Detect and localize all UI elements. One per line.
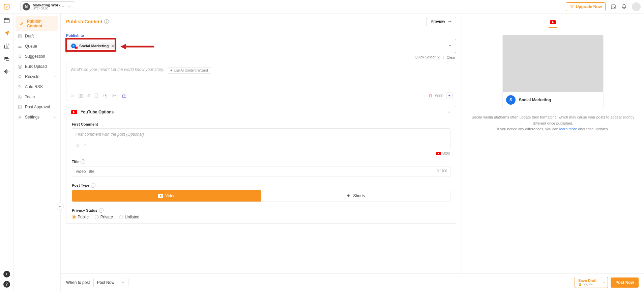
svg-rect-6 [19, 105, 21, 109]
sidebar-item-suggestion[interactable]: Suggestion [13, 51, 60, 61]
sidebar-item-auto-rss[interactable]: Auto RSS [13, 82, 60, 92]
draft-icon [18, 34, 22, 38]
quick-select-button[interactable]: Quick Select i [415, 55, 440, 59]
sidebar-item-queue[interactable]: Queue [13, 41, 60, 51]
info-icon[interactable]: i [81, 159, 85, 164]
sidebar-item-recycle[interactable]: Recycle [13, 72, 60, 82]
info-icon[interactable]: i [91, 183, 95, 188]
preview-button[interactable]: Preview [426, 17, 456, 26]
chevron-down-icon [448, 43, 452, 48]
chevron-down-icon [67, 5, 71, 9]
gift-icon[interactable] [122, 93, 127, 98]
ai-content-wizard-button[interactable]: ✦ Use AI Content Wizard [167, 67, 211, 74]
annotation-arrow [120, 44, 154, 49]
sidebar-item-team[interactable]: Team [13, 92, 60, 102]
account-chip-label: Social Marketing [79, 44, 109, 48]
privacy-private[interactable]: Private [95, 215, 113, 219]
analytics-icon[interactable] [3, 43, 10, 49]
hashtag-icon[interactable]: # [83, 143, 86, 148]
publish-to-label: Publish to [66, 33, 456, 37]
svg-rect-12 [95, 94, 97, 98]
emoji-icon[interactable]: ☺ [70, 93, 74, 98]
svg-rect-1 [611, 5, 615, 9]
bell-icon[interactable] [621, 4, 627, 10]
preview-tab-youtube[interactable] [549, 18, 557, 28]
sidebar-label: Bulk Upload [25, 64, 47, 69]
ai-enhance-button[interactable]: ✦ [446, 92, 452, 99]
when-to-post-select[interactable]: Post Now [93, 278, 128, 287]
workspace-name: Marketing Workspa... [33, 3, 65, 7]
listening-icon[interactable] [3, 68, 10, 75]
workspace-avatar: M [23, 3, 30, 10]
privacy-label: Privacy Status i [72, 208, 450, 213]
char-counter: 5000 [435, 94, 443, 98]
compose-box: What's on your mind? Let the world know … [66, 63, 456, 101]
svg-point-11 [80, 95, 82, 97]
sidebar-item-bulk-upload[interactable]: Bulk Upload [13, 61, 60, 72]
info-icon[interactable]: ? [104, 19, 109, 24]
link-icon[interactable] [112, 93, 118, 98]
lock-icon: 🔒 [578, 283, 582, 286]
post-type-shorts[interactable]: Shorts [261, 190, 450, 202]
task-icon[interactable] [610, 4, 616, 10]
svg-point-5 [19, 96, 20, 97]
svg-marker-9 [120, 44, 126, 49]
sidebar: Publish Content Draft Queue Suggestion B… [13, 14, 61, 291]
compose-textarea[interactable]: What's on your mind? Let the world know … [66, 63, 456, 90]
camera-icon[interactable] [78, 93, 83, 98]
youtube-options-card: YouTube Options First Comment First comm… [66, 106, 456, 224]
nav-rail: + ? [0, 14, 13, 291]
chevron-down-icon [53, 115, 56, 119]
account-chip: S Social Marketing ✕ [70, 43, 117, 49]
emoji-icon[interactable]: ☺ [76, 143, 80, 148]
preview-notice: Social media platforms often update thei… [469, 114, 637, 132]
post-type-label: Post Type i [72, 183, 450, 188]
upgrade-button[interactable]: Upgrade Now [566, 2, 606, 11]
sidebar-item-post-approval[interactable]: Post Approval [13, 102, 60, 112]
post-now-button[interactable]: Post Now [611, 277, 639, 288]
youtube-icon [436, 152, 441, 155]
youtube-options-toggle[interactable]: YouTube Options [66, 106, 456, 118]
privacy-unlisted[interactable]: Unlisted [119, 215, 139, 219]
youtube-badge-icon [75, 47, 78, 49]
template-icon[interactable] [94, 93, 99, 98]
engage-icon[interactable] [3, 55, 10, 62]
workspace-timezone: UTC+05:00 [33, 7, 65, 10]
calendar-icon[interactable] [3, 17, 10, 24]
collapse-sidebar-button[interactable]: ← [57, 203, 64, 210]
preview-account-name: Social Marketing [519, 98, 551, 102]
title-counter: 0 / 100 [437, 169, 447, 173]
hashtag-icon[interactable]: # [87, 93, 90, 98]
sidebar-item-draft[interactable]: Draft [13, 31, 60, 41]
first-comment-input[interactable]: First comment with the post (Optional) ☺… [72, 128, 450, 150]
bookmark-icon [18, 54, 22, 59]
svg-rect-2 [4, 18, 9, 23]
save-draft-button-group: Save Draft 🔒Only Me [575, 277, 608, 288]
save-draft-dropdown[interactable] [600, 277, 608, 288]
sidebar-label: Settings [25, 115, 39, 120]
preview-card: S Social Marketing [502, 35, 604, 108]
publish-icon[interactable] [3, 30, 10, 36]
help-button[interactable]: ? [3, 281, 10, 288]
sidebar-item-settings[interactable]: Settings [13, 112, 60, 122]
remove-chip-button[interactable]: ✕ [111, 44, 114, 48]
learn-more-link[interactable]: learn more [559, 127, 577, 131]
workspace-selector[interactable]: M Marketing Workspa... UTC+05:00 [20, 1, 75, 12]
video-title-input[interactable] [72, 166, 450, 177]
upgrade-label: Upgrade Now [576, 4, 602, 9]
publish-to-select[interactable]: S Social Marketing ✕ [66, 39, 456, 53]
sidebar-item-publish-content[interactable]: Publish Content [16, 16, 58, 31]
sidebar-label: Auto RSS [25, 84, 43, 89]
clock-icon[interactable] [103, 93, 108, 98]
privacy-public[interactable]: Public [72, 215, 89, 219]
info-icon[interactable]: i [99, 208, 104, 213]
sidebar-label: Team [25, 95, 35, 99]
clear-button[interactable]: Clear [447, 55, 456, 59]
save-draft-button[interactable]: Save Draft 🔒Only Me [575, 277, 600, 288]
account-chip-icon: S [71, 44, 77, 48]
user-avatar[interactable] [632, 2, 641, 11]
post-type-video[interactable]: Video [72, 190, 261, 202]
add-button[interactable]: + [3, 271, 10, 277]
shorts-icon [346, 193, 351, 198]
trash-icon[interactable] [428, 94, 433, 98]
